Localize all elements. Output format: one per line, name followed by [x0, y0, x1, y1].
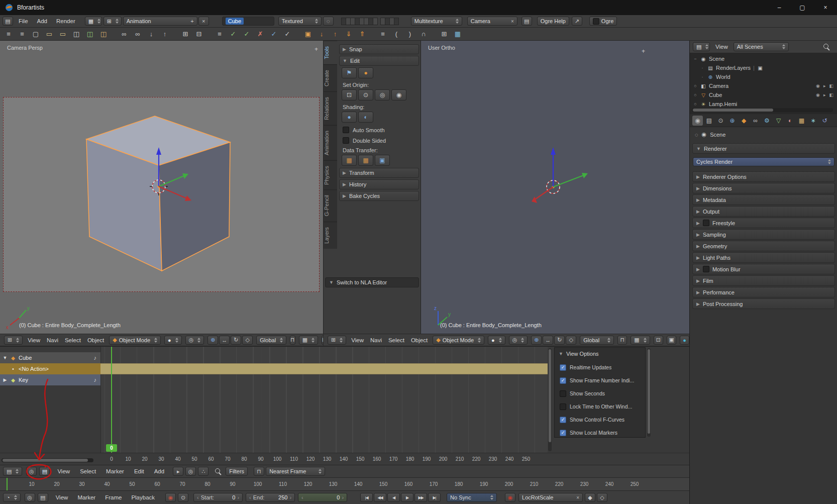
world-tab[interactable]: ⊕	[727, 116, 738, 126]
file-browser-icon[interactable]: ▤	[3, 17, 13, 26]
render-toggle-icon[interactable]: ◧	[829, 92, 833, 97]
shelf-tab-layers[interactable]: Layers	[324, 222, 337, 249]
dots-icon[interactable]: ∴	[198, 467, 208, 476]
screen-browse-selector[interactable]: ⊞	[103, 17, 122, 26]
transform-gizmo[interactable]	[114, 136, 214, 207]
dopesheet-menu-marker[interactable]: Marker	[104, 468, 126, 474]
editor-type-selector[interactable]: ◔	[3, 493, 21, 502]
pivot-point-selector[interactable]: ◎	[509, 336, 528, 345]
transform-orientation-selector[interactable]: Global	[256, 336, 286, 345]
ghost-frames-icon[interactable]: ◎	[185, 467, 196, 476]
screen-layout-type-selector[interactable]: ▦	[85, 17, 102, 26]
decrement-arrow-icon[interactable]: ‹	[249, 494, 251, 500]
open-recent-icon[interactable]: ▭	[57, 30, 68, 38]
outliner-row-world[interactable]: ·⊕World	[690, 72, 837, 81]
open-file-icon[interactable]: ▭	[44, 30, 55, 38]
shelf-tab-animation[interactable]: Animation	[324, 125, 337, 160]
dopesheet-ruler[interactable]: 0102030405060708090100110120130140150160…	[0, 453, 689, 465]
save-icon[interactable]: ◫	[71, 30, 82, 38]
outliner-row-camera[interactable]: ○◧Camera◉▸◧	[690, 81, 837, 90]
tools-menu-icon[interactable]: ≡	[214, 30, 225, 38]
panel-output[interactable]: ▶Output	[692, 206, 835, 217]
snap-panel-header[interactable]: ▶Snap	[339, 44, 419, 54]
origin-to-geometry-icon[interactable]: ⊙	[358, 89, 373, 100]
timeline-menu-view[interactable]: View	[54, 494, 70, 500]
pin-icon[interactable]: ◎	[25, 493, 35, 502]
delete-keyframe-icon[interactable]: ◇	[597, 493, 607, 502]
delete-icon[interactable]: ●	[358, 67, 373, 78]
dopesheet-vertical-scrollbar[interactable]	[548, 348, 552, 451]
main-menu-add[interactable]: Add	[36, 18, 49, 24]
snap-element-icon[interactable]: ▦	[299, 336, 318, 345]
hdrb-menu-navi[interactable]: Navi	[369, 337, 383, 343]
insert-keyframe-icon[interactable]: ◆	[585, 493, 595, 502]
snap-magnet-icon[interactable]: ⊓	[254, 467, 264, 476]
shelf-tab-create[interactable]: Create	[324, 64, 337, 91]
render-tab[interactable]: ◉	[692, 116, 703, 126]
transform-orientation-selector[interactable]: Global	[580, 336, 614, 345]
add-layout-icon[interactable]: +	[190, 18, 193, 24]
history-panel-header[interactable]: ▶History	[339, 179, 419, 189]
lock-frame-icon[interactable]: ⊙	[178, 493, 188, 502]
start-frame-field[interactable]: ‹Start:0›	[193, 493, 243, 502]
select-all-icon[interactable]: ✓	[228, 30, 239, 38]
modifiers-tab[interactable]: ⚙	[762, 116, 772, 126]
snap-mode-selector[interactable]: Nearest Frame	[266, 467, 325, 476]
render-layers-tab[interactable]: ▤	[704, 116, 714, 126]
window-menu-icon[interactable]: ≡	[3, 30, 14, 38]
dopesheet-mode-icon[interactable]: ▤	[39, 467, 50, 476]
expander-icon[interactable]: ▶	[3, 377, 8, 382]
shade-smooth-icon[interactable]: ●	[342, 112, 357, 123]
shelf-tab-relations[interactable]: Relations	[324, 91, 337, 125]
increment-arrow-icon[interactable]: ›	[342, 494, 344, 500]
clear-camera-icon[interactable]: ×	[511, 19, 514, 24]
select-cursor-icon[interactable]: ▸	[173, 467, 183, 476]
render-engine-selector[interactable]: Cycles Render	[693, 157, 834, 166]
proportional-connected-icon[interactable]: ∩	[418, 30, 429, 38]
move-up-icon[interactable]: ↑	[330, 30, 341, 38]
view-option-show-seconds[interactable]: Show Seconds	[560, 389, 642, 398]
ortho-switch-icon[interactable]: ▣	[667, 336, 676, 345]
shade-flat-icon[interactable]: ◐	[358, 112, 373, 123]
maximize-button[interactable]: ▢	[791, 0, 814, 15]
end-frame-field[interactable]: ‹End:250›	[246, 493, 295, 502]
viewport-shading-selector[interactable]: ●	[488, 336, 505, 345]
auto-keyframe-icon[interactable]: ◉	[505, 493, 515, 502]
timeline-ruler[interactable]: 1020304050607080901001101201301401501601…	[0, 477, 689, 490]
play-button[interactable]: ▶	[401, 493, 413, 502]
select-none-icon[interactable]: ✓	[241, 30, 252, 38]
pin-icon[interactable]: ◌	[695, 132, 698, 138]
clear-keying-set-icon[interactable]: ×	[576, 495, 579, 500]
close-button[interactable]: ×	[814, 0, 837, 15]
expander-icon[interactable]: −	[693, 56, 698, 61]
hdra-menu-select[interactable]: Select	[63, 337, 82, 343]
outliner-row-scene[interactable]: −◉Scene	[690, 54, 837, 63]
page-icon[interactable]: ▤	[521, 17, 532, 26]
texture-tab[interactable]: ▦	[796, 116, 807, 126]
object-tab[interactable]: ◆	[739, 116, 749, 126]
object-data-tab[interactable]: ▽	[773, 116, 784, 126]
camera-field[interactable]: Camera ×	[467, 17, 517, 26]
dopesheet-menu-add[interactable]: Add	[153, 468, 166, 474]
decrement-arrow-icon[interactable]: ‹	[197, 494, 199, 500]
view-option-show-frame-number-indi[interactable]: Show Frame Number Indi...	[560, 376, 642, 385]
search-icon[interactable]	[823, 43, 830, 50]
pivot-point-selector[interactable]: ◎	[185, 336, 204, 345]
layout-name-field[interactable]: Animation +	[123, 17, 197, 26]
manipulator-axes-icon[interactable]: ⊕	[531, 336, 542, 345]
mode-selector[interactable]: ◆Object Mode	[109, 336, 161, 345]
timeline-menu-marker[interactable]: Marker	[76, 494, 97, 500]
editor-type-selector[interactable]: ⊞	[328, 336, 346, 345]
region-split-handle[interactable]: +	[642, 48, 645, 55]
view-option-realtime-updates[interactable]: Realtime Updates	[560, 363, 642, 372]
hdra-menu-navi[interactable]: Navi	[45, 337, 60, 343]
current-frame-line[interactable]	[111, 347, 112, 453]
main-menu-render[interactable]: Render	[55, 18, 77, 24]
dopesheet-grid[interactable]	[100, 347, 548, 453]
speaker-icon[interactable]: ♪	[94, 377, 98, 383]
view-option-show-local-markers[interactable]: Show Local Markers	[560, 428, 642, 437]
display-scope-selector[interactable]: All Scenes	[734, 42, 789, 51]
toggle-cell[interactable]	[394, 18, 399, 25]
view-options-header[interactable]: ▼ View Options	[555, 348, 645, 360]
timeline-menu-playback[interactable]: Playback	[130, 494, 156, 500]
